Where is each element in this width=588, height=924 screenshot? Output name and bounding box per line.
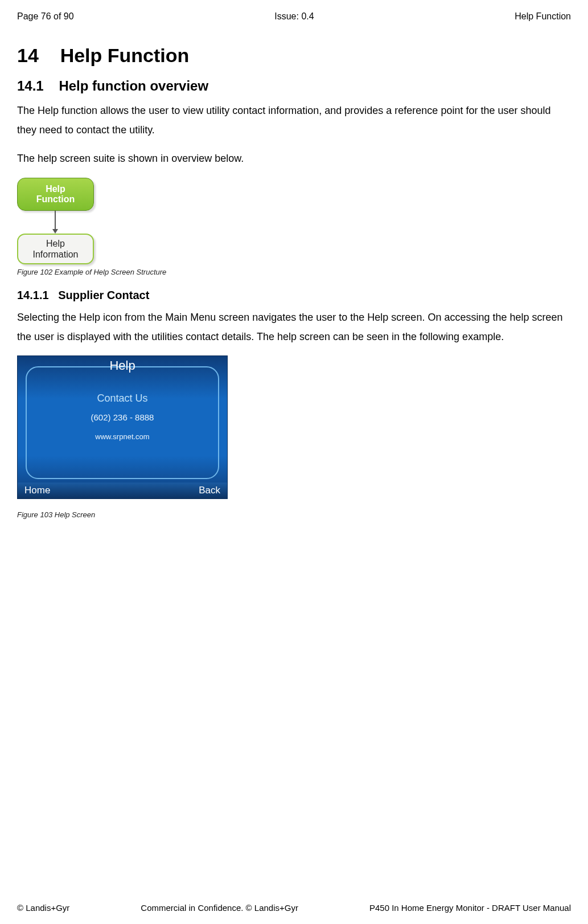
subsection-title: Supplier Contact — [58, 289, 149, 301]
footer-center: Commercial in Confidence. © Landis+Gyr — [141, 903, 298, 913]
section-14-1-1-heading: 14.1.1 Supplier Contact — [17, 289, 571, 302]
arrow-head-icon — [52, 229, 58, 234]
footer-left: © Landis+Gyr — [17, 903, 69, 913]
diagram-node-line2: Information — [32, 250, 78, 259]
page-header: Page 76 of 90 Issue: 0.4 Help Function — [17, 11, 571, 22]
screen-title: Help — [18, 356, 227, 373]
diagram-arrow — [52, 211, 571, 234]
diagram-node-line1: Help — [46, 239, 65, 248]
screen-phone: (602) 236 - 8888 — [18, 412, 227, 422]
para-14-1-1-a: Selecting the Help icon from the Main Me… — [17, 308, 571, 346]
chapter-heading: 14 Help Function — [17, 44, 571, 67]
header-left: Page 76 of 90 — [17, 11, 74, 22]
section-14-1-heading: 14.1 Help function overview — [17, 78, 571, 94]
header-center: Issue: 0.4 — [274, 11, 314, 22]
figure-103-caption: Figure 103 Help Screen — [17, 510, 571, 519]
screen-footer-bar: Home Back — [18, 483, 227, 498]
footer-right: P450 In Home Energy Monitor - DRAFT User… — [369, 903, 571, 913]
diagram-node-help-information: Help Information — [17, 234, 94, 264]
help-screen-mockup: Help Contact Us (602) 236 - 8888 www.srp… — [17, 355, 228, 499]
help-structure-diagram: Help Function Help Information — [17, 178, 571, 264]
subsection-number: 14.1.1 — [17, 289, 49, 301]
home-button[interactable]: Home — [24, 485, 50, 496]
chapter-title: Help Function — [60, 44, 190, 66]
chapter-number: 14 — [17, 44, 39, 66]
figure-102-caption: Figure 102 Example of Help Screen Struct… — [17, 268, 571, 276]
section-number: 14.1 — [17, 78, 44, 93]
arrow-line — [55, 211, 56, 230]
screen-panel-border — [26, 366, 219, 479]
back-button[interactable]: Back — [199, 485, 220, 496]
header-right: Help Function — [515, 11, 571, 22]
para-14-1-a: The Help function allows the user to vie… — [17, 101, 571, 140]
page-footer: © Landis+Gyr Commercial in Confidence. ©… — [17, 903, 571, 913]
screen-subtitle: Contact Us — [18, 393, 227, 404]
section-title: Help function overview — [59, 78, 208, 93]
para-14-1-b: The help screen suite is shown in overvi… — [17, 149, 571, 168]
screen-url: www.srpnet.com — [18, 432, 227, 441]
diagram-node-help-function: Help Function — [17, 178, 94, 211]
